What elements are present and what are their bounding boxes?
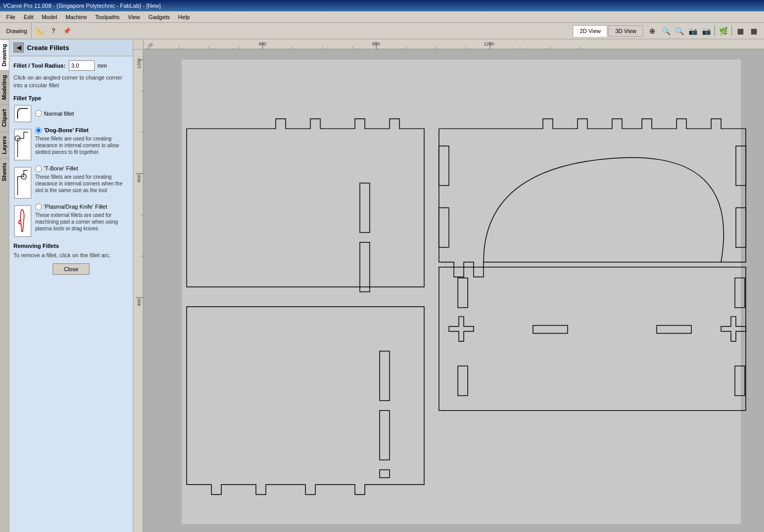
svg-rect-3 — [14, 167, 31, 198]
ruler-vertical: 1200 800 400 — [133, 50, 144, 532]
tbone-fillet-icon — [13, 166, 32, 199]
plasma-fillet-icon — [13, 205, 32, 238]
radius-row: Fillet / Tool Radius: mm — [13, 60, 129, 71]
plasma-fillet-label: 'Plasma/Drag Knife' Fillet — [44, 204, 107, 210]
drawing-label: Drawing — [2, 23, 32, 39]
fillet-plasma-row: 'Plasma/Drag Knife' Fillet These externa… — [13, 204, 129, 238]
panel-header: ◀ Create Fillets — [9, 39, 133, 56]
panel-content: Fillet / Tool Radius: mm Click on an ang… — [9, 56, 133, 283]
toolbar-snap[interactable]: ⊕ — [646, 25, 659, 37]
toolbar-icon-3[interactable]: 📌 — [60, 25, 73, 37]
left-tab-clipart[interactable]: Clipart — [0, 104, 9, 131]
svg-text:800: 800 — [136, 175, 142, 182]
close-button[interactable]: Close — [53, 263, 89, 275]
radius-input[interactable] — [69, 60, 95, 71]
menu-machine[interactable]: Machine — [62, 13, 91, 21]
tbone-fillet-desc: These fillets are used for creating clea… — [35, 174, 129, 194]
menu-help[interactable]: Help — [174, 13, 194, 21]
svg-text:1200: 1200 — [136, 58, 142, 69]
toolbar-icon-1[interactable]: 📐 — [34, 25, 46, 37]
toolbar-zoom[interactable]: 🔍 — [660, 25, 672, 37]
fillet-type-title: Fillet Type — [13, 95, 129, 101]
left-tab-sheets[interactable]: Sheets — [0, 158, 9, 185]
svg-text:1200: 1200 — [484, 41, 494, 46]
left-tab-layers[interactable]: Layers — [0, 131, 9, 158]
dogbone-fillet-icon — [13, 128, 32, 161]
toolbar-zoom2[interactable]: 🔍 — [673, 25, 685, 37]
radio-normal[interactable] — [35, 110, 42, 117]
title-bar: VCarve Pro 11.008 - {Singapore Polytechn… — [0, 0, 764, 11]
main-layout: Drawing Modeling Clipart Layers Sheets ◀… — [0, 39, 764, 532]
left-tab-modeling[interactable]: Modeling — [0, 70, 9, 104]
tab-3d-view[interactable]: 3D View — [608, 25, 643, 37]
menu-model[interactable]: Model — [38, 13, 62, 21]
tbone-fillet-label: 'T-Bone' Fillet — [44, 165, 78, 171]
normal-fillet-label: Normal fillet — [44, 111, 74, 117]
radio-dogbone[interactable] — [35, 127, 42, 134]
svg-rect-1 — [14, 129, 31, 160]
radio-plasma[interactable] — [35, 204, 42, 210]
design-svg — [144, 50, 764, 532]
fillet-dogbone-row: 'Dog-Bone' Fillet These fillets are used… — [13, 127, 129, 161]
svg-rect-0 — [14, 105, 31, 122]
title-text: VCarve Pro 11.008 - {Singapore Polytechn… — [3, 3, 161, 9]
canvas-content — [144, 50, 764, 532]
instruction-text: Click on an angled corner to change corn… — [13, 74, 129, 90]
ruler-corner — [133, 39, 144, 50]
back-button[interactable]: ◀ — [13, 42, 24, 53]
menu-bar: File Edit Model Machine Toolpaths View G… — [0, 11, 764, 23]
dogbone-fillet-desc: These fillets are used for creating clea… — [35, 135, 129, 155]
menu-edit[interactable]: Edit — [20, 13, 38, 21]
toolbar-grid1[interactable]: ▦ — [734, 25, 746, 37]
sep2 — [731, 26, 732, 36]
toolbar-grid2[interactable]: ▦ — [747, 25, 760, 37]
removing-desc: To remove a fillet, click on the fillet … — [13, 252, 129, 258]
left-tab-drawing[interactable]: Drawing — [0, 39, 9, 70]
removing-title: Removing Fillets — [13, 243, 129, 249]
fillet-tbone-row: 'T-Bone' Fillet These fillets are used f… — [13, 165, 129, 199]
svg-text:0: 0 — [150, 42, 152, 48]
radius-label: Fillet / Tool Radius: — [13, 62, 66, 69]
fillet-normal-row: Normal fillet — [13, 104, 129, 123]
fillet-type-section: Normal fillet 'Dog-Bone' Fillet — [13, 104, 129, 238]
tab-2d-view[interactable]: 2D View — [573, 25, 607, 37]
panel-title: Create Fillets — [27, 44, 69, 52]
ruler-horizontal: 0 400 800 1200 — [144, 39, 764, 50]
svg-text:400: 400 — [136, 299, 142, 306]
radio-tbone[interactable] — [35, 165, 42, 172]
svg-rect-39 — [182, 59, 741, 524]
svg-text:800: 800 — [372, 41, 380, 46]
dogbone-fillet-label: 'Dog-Bone' Fillet — [44, 127, 89, 133]
removing-section: Removing Fillets To remove a fillet, cli… — [13, 243, 129, 258]
canvas-area[interactable]: 0 400 800 1200 — [133, 39, 764, 532]
radius-unit: mm — [98, 62, 107, 69]
menu-gadgets[interactable]: Gadgets — [144, 13, 174, 21]
menu-toolpaths[interactable]: Toolpaths — [91, 13, 124, 21]
left-tabs: Drawing Modeling Clipart Layers Sheets — [0, 39, 9, 532]
panel: ◀ Create Fillets Fillet / Tool Radius: m… — [9, 39, 133, 532]
toolbar-leaf[interactable]: 🌿 — [717, 25, 729, 37]
menu-view[interactable]: View — [124, 13, 144, 21]
toolbar-layer2[interactable]: 📷 — [700, 25, 712, 37]
menu-file[interactable]: File — [2, 13, 20, 21]
toolbar-icon-2[interactable]: ? — [47, 25, 59, 37]
normal-fillet-icon — [13, 104, 32, 123]
toolbar-layer[interactable]: 📷 — [686, 25, 699, 37]
sep1 — [714, 26, 715, 36]
plasma-fillet-desc: These external fillets are used for mach… — [35, 212, 129, 232]
svg-text:400: 400 — [258, 41, 266, 46]
